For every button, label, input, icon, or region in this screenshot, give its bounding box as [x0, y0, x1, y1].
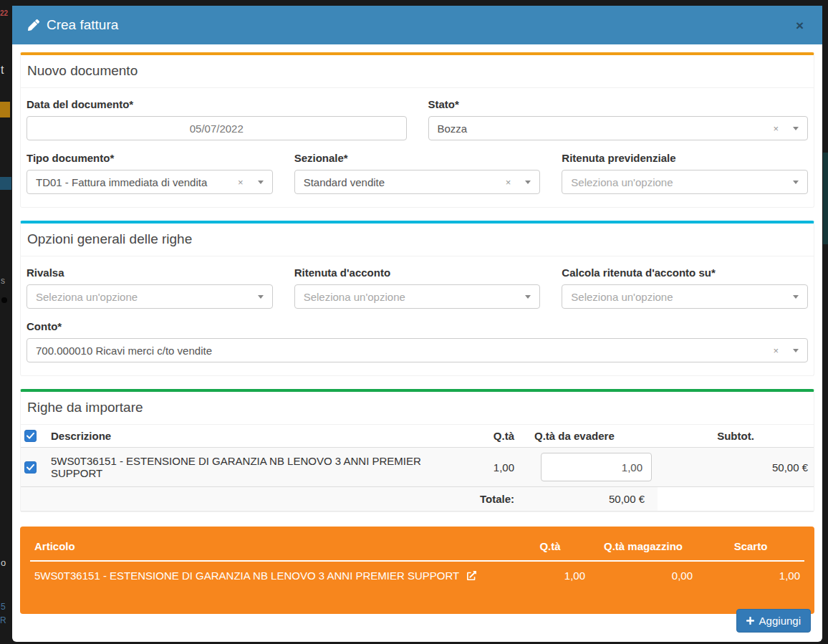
field-label: Stato* [428, 98, 809, 110]
cell-qta-magazzino: 0,00 [589, 561, 697, 590]
pencil-icon [28, 19, 39, 31]
articolo-text: 5WS0T36151 - ESTENSIONE DI GARANZIA NB L… [34, 569, 459, 582]
caret-down-icon [258, 181, 264, 184]
aggiungi-label: Aggiungi [759, 615, 801, 627]
articoli-header-row: Articolo Q.tà Q.tà magazzino Scarto [30, 532, 804, 561]
aggiungi-button[interactable]: Aggiungi [736, 609, 811, 633]
col-header-subtot: Subtot. [658, 425, 814, 448]
data-documento-input[interactable] [27, 116, 407, 140]
caret-down-icon [793, 127, 799, 130]
field-stato: Stato* Bozza × [428, 98, 809, 140]
clear-x-icon[interactable]: × [773, 124, 779, 133]
row-checkbox[interactable] [24, 461, 37, 474]
backdrop-fragment: s [1, 277, 5, 285]
modal-header: Crea fattura × [12, 6, 822, 44]
field-rivalsa: Rivalsa Seleziona un'opzione [27, 266, 273, 309]
totale-label: Totale: [21, 487, 529, 511]
close-icon[interactable]: × [793, 17, 807, 34]
table-row: 5WS0T36151 - ESTENSIONE DI GARANZIA NB L… [30, 561, 804, 590]
qta-da-evadere-input[interactable] [541, 453, 652, 481]
field-label: Ritenuta d'acconto [294, 266, 541, 279]
col-header-qta: Q.tà [511, 532, 589, 561]
clear-x-icon[interactable]: × [773, 346, 779, 355]
clear-x-icon[interactable]: × [506, 178, 511, 187]
field-sezionale: Sezionale* Standard vendite × [294, 152, 541, 194]
table-row: 5WS0T36151 - ESTENSIONE DI GARANZIA NB L… [21, 448, 814, 487]
backdrop-artifact [1, 297, 7, 303]
field-label: Calcola ritenuta d'acconto su* [562, 266, 808, 279]
section-nuovo-documento: Nuovo documento Data del documento* Stat… [20, 52, 814, 208]
field-data-documento: Data del documento* [27, 98, 407, 140]
section-title: Righe da importare [21, 392, 814, 425]
tipo-documento-select[interactable]: TD01 - Fattura immediata di vendita × [27, 170, 273, 194]
sezionale-select[interactable]: Standard vendite × [294, 170, 541, 194]
selected-value: Standard vendite [304, 176, 500, 188]
ritenuta-acconto-select[interactable]: Seleziona un'opzione [294, 284, 541, 309]
stato-select[interactable]: Bozza × [428, 116, 809, 140]
conto-select[interactable]: 700.000010 Ricavi merci c/to vendite × [27, 338, 808, 362]
modal-title: Crea fattura [47, 17, 118, 33]
backdrop-artifact [0, 102, 10, 117]
field-conto: Conto* 700.000010 Ricavi merci c/to vend… [27, 320, 808, 362]
righe-header-row: Descrizione Q.tà Q.tà da evadere Subtot. [21, 425, 814, 448]
placeholder-value: Seleziona un'opzione [571, 291, 793, 303]
backdrop-fragment: o [1, 558, 6, 567]
cell-scarto: 1,00 [697, 561, 804, 590]
articoli-panel: Articolo Q.tà Q.tà magazzino Scarto 5WS0… [20, 527, 814, 614]
cell-qta: 1,00 [511, 561, 589, 590]
cell-descrizione: 5WS0T36151 - ESTENSIONE DI GARANZIA NB L… [45, 448, 464, 487]
col-header-descrizione: Descrizione [45, 425, 464, 448]
backdrop-artifact [823, 153, 828, 244]
selected-value: 700.000010 Ricavi merci c/to vendite [36, 345, 767, 357]
calcola-ritenuta-select[interactable]: Seleziona un'opzione [562, 284, 808, 309]
col-header-qta-da-evadere: Q.tà da evadere [529, 425, 658, 448]
field-label: Ritenuta previdenziale [562, 152, 808, 164]
caret-down-icon [525, 181, 531, 184]
field-label: Sezionale* [294, 152, 541, 164]
selected-value: TD01 - Fattura immediata di vendita [36, 176, 232, 188]
caret-down-icon [793, 295, 799, 299]
backdrop-fragment: 22 [0, 10, 8, 17]
crea-fattura-modal: Crea fattura × Nuovo documento Data del … [12, 6, 822, 642]
section-opzioni-generali: Opzioni generali delle righe Rivalsa Sel… [20, 221, 814, 376]
cell-articolo: 5WS0T36151 - ESTENSIONE DI GARANZIA NB L… [30, 561, 511, 590]
ritenuta-previdenziale-select[interactable]: Seleziona un'opzione [562, 170, 808, 194]
box-arrow-up-right-icon[interactable] [467, 571, 476, 580]
section-title: Nuovo documento [21, 55, 814, 88]
backdrop-fragment: t [1, 64, 4, 76]
backdrop-fragment: R [0, 616, 6, 625]
field-label: Conto* [27, 320, 808, 332]
caret-down-icon [258, 295, 264, 299]
col-header-qta-magazzino: Q.tà magazzino [589, 532, 697, 561]
field-label: Tipo documento* [27, 152, 273, 164]
field-ritenuta-acconto: Ritenuta d'acconto Seleziona un'opzione [294, 266, 541, 309]
cell-subtot: 50,00 € [658, 448, 814, 487]
clear-x-icon[interactable]: × [238, 178, 244, 187]
field-label: Data del documento* [27, 98, 407, 110]
field-ritenuta-previdenziale: Ritenuta previdenziale Seleziona un'opzi… [562, 152, 808, 194]
placeholder-value: Seleziona un'opzione [571, 176, 793, 188]
field-tipo-documento: Tipo documento* TD01 - Fattura immediata… [27, 152, 273, 194]
section-title: Opzioni generali delle righe [21, 224, 814, 256]
modal-body: Nuovo documento Data del documento* Stat… [12, 44, 822, 642]
field-label: Rivalsa [27, 266, 273, 279]
placeholder-value: Seleziona un'opzione [304, 291, 526, 303]
caret-down-icon [793, 181, 799, 184]
section-righe-da-importare: Righe da importare Descrizione Q.tà Q.tà… [20, 389, 814, 512]
selected-value: Bozza [438, 122, 768, 135]
totale-row: Totale: 50,00 € [21, 487, 814, 511]
caret-down-icon [525, 295, 531, 299]
placeholder-value: Seleziona un'opzione [36, 291, 258, 303]
plus-icon [746, 617, 754, 625]
articoli-table: Articolo Q.tà Q.tà magazzino Scarto 5WS0… [30, 532, 804, 590]
select-all-checkbox[interactable] [24, 430, 37, 442]
col-header-qta: Q.tà [464, 425, 529, 448]
col-header-scarto: Scarto [697, 532, 804, 561]
field-calcola-ritenuta: Calcola ritenuta d'acconto su* Seleziona… [562, 266, 808, 309]
col-header-articolo: Articolo [30, 532, 511, 561]
backdrop-artifact [0, 177, 11, 190]
rivalsa-select[interactable]: Seleziona un'opzione [27, 284, 273, 309]
totale-value: 50,00 € [529, 487, 658, 511]
backdrop-fragment: 5 [1, 602, 6, 611]
cell-qta: 1,00 [464, 448, 529, 487]
